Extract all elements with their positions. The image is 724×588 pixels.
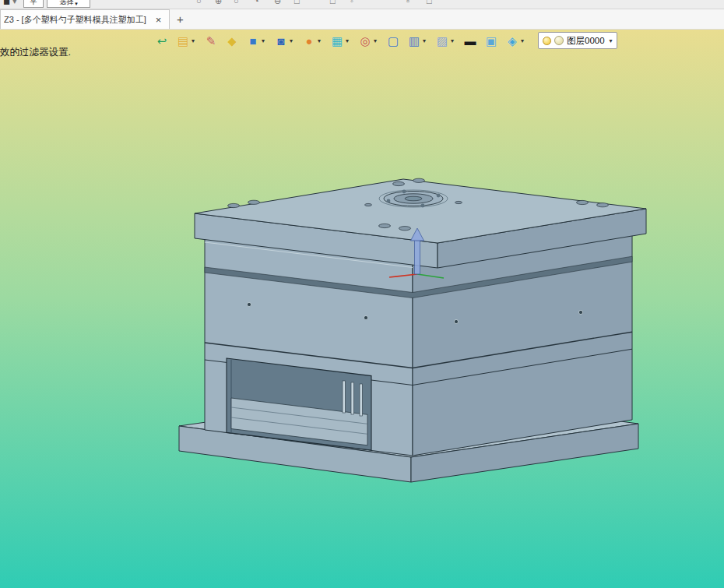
clipped-icon: □	[330, 0, 336, 5]
display-mode-icon[interactable]: ◙▾	[272, 32, 297, 49]
ejector-opening	[227, 358, 371, 450]
filter-flat-label: 平	[30, 0, 37, 7]
display-mode-icon: ◙	[273, 33, 289, 48]
clipped-icon: ⊕	[215, 0, 222, 6]
chevron-down-icon[interactable]: ▾	[423, 37, 429, 44]
chevron-down-icon[interactable]: ▾	[192, 37, 198, 44]
ejector-plate	[231, 398, 367, 445]
filter-select-label: 选择	[59, 0, 73, 7]
plane-swatch-icon[interactable]: ▣	[483, 32, 500, 49]
clipped-icon: □	[427, 0, 432, 5]
clipped-icon: ◼	[3, 0, 10, 6]
wireframe-sphere-icon[interactable]: ●▾	[300, 32, 325, 49]
shaded-display-icon: ■	[245, 33, 261, 48]
clipped-icon: □	[294, 0, 300, 5]
clipped-icon: ◔	[254, 0, 259, 5]
layer-stack-icon[interactable]: ◈▾	[504, 32, 528, 49]
texture-display-icon: ▦	[329, 33, 345, 48]
isometric-view-icon: ◆	[224, 33, 240, 48]
split-window-icon: ▥	[406, 33, 422, 48]
wireframe-sphere-icon: ●	[301, 33, 317, 48]
layer-combo-value: 图层0000	[567, 35, 605, 47]
chevron-down-icon[interactable]: ▾	[374, 37, 380, 44]
view-toolbar: ↩▤▾✎◆■▾◙▾●▾▦▾◎▾▢▥▾▨▾▬▣◈▾ 图层0000 ▾	[153, 31, 617, 50]
window-icon: ▢	[385, 33, 401, 48]
chevron-down-icon: ▾	[75, 1, 78, 7]
save-export-icon: ▤	[175, 33, 191, 48]
clipped-icon: ◦	[350, 0, 353, 5]
background-image-icon[interactable]: ▨▾	[434, 32, 458, 49]
ejector-pin	[343, 381, 345, 413]
isometric-view-icon[interactable]: ◆	[223, 32, 241, 49]
layer-combo[interactable]: 图层0000 ▾	[538, 32, 617, 49]
exit-environment-icon: ↩	[154, 33, 170, 48]
clipped-icon: ⊖	[274, 0, 281, 6]
plane-swatch-icon: ▣	[483, 33, 499, 48]
mold-body-plates	[205, 225, 632, 456]
mold-3d-model	[0, 30, 724, 588]
chevron-down-icon[interactable]: ▾	[290, 37, 296, 44]
corner-holes	[228, 178, 609, 231]
black-swatch-icon[interactable]: ▬	[462, 32, 479, 49]
window-icon[interactable]: ▢	[385, 32, 402, 49]
parting-line	[205, 256, 632, 298]
clipped-icon: ○	[234, 0, 239, 5]
tab-bar: Z3 - [多个塑料勺子塑料模具注塑加工] × +	[0, 9, 724, 30]
point-snap-icon[interactable]: ◎▾	[357, 32, 381, 49]
clipped-icon: ▾	[12, 0, 17, 6]
chevron-down-icon[interactable]: ▾	[521, 37, 527, 44]
document-tab[interactable]: Z3 - [多个塑料勺子塑料模具注塑加工] ×	[0, 9, 170, 29]
clipped-icon: ▫	[406, 0, 409, 5]
black-swatch-icon: ▬	[462, 33, 478, 48]
chevron-down-icon[interactable]: ▾	[262, 37, 268, 44]
top-toolbar-fragment: ◼ ▾ 平 选择 ▾ ○ ⊕ ○ ◔ ⊖ □ □ ◦ ▫ □	[0, 0, 724, 9]
clipped-icon: ○	[196, 0, 202, 5]
tab-title: Z3 - [多个塑料勺子塑料模具注塑加工]	[4, 14, 146, 26]
texture-display-icon[interactable]: ▦▾	[329, 32, 353, 49]
tab-close-icon[interactable]: ×	[154, 14, 163, 26]
datum-triad	[389, 228, 444, 278]
filter-select-combo[interactable]: 选择 ▾	[47, 0, 90, 8]
chevron-down-icon[interactable]: ▾	[610, 37, 613, 44]
ejector-pin	[351, 382, 353, 414]
shaded-display-icon[interactable]: ■▾	[244, 32, 269, 49]
background-image-icon: ▨	[434, 33, 450, 48]
top-clamp-plate	[195, 178, 646, 268]
bottom-clamp-plate	[179, 393, 638, 482]
chevron-down-icon[interactable]: ▾	[451, 37, 457, 44]
paint-brush-icon: ✎	[203, 33, 219, 48]
filter-flat-combo[interactable]: 平	[23, 0, 44, 8]
new-tab-button[interactable]: +	[170, 9, 190, 29]
layer-stack-icon: ◈	[504, 33, 520, 48]
status-message: 效的过滤器设置.	[0, 46, 71, 59]
viewport-3d[interactable]: ↩▤▾✎◆■▾◙▾●▾▦▾◎▾▢▥▾▨▾▬▣◈▾ 图层0000 ▾ 效的过滤器设…	[0, 30, 724, 588]
locating-ring	[379, 190, 448, 208]
chevron-down-icon[interactable]: ▾	[318, 37, 324, 44]
chevron-down-icon[interactable]: ▾	[346, 37, 352, 44]
split-window-icon[interactable]: ▥▾	[406, 32, 430, 49]
save-export-icon[interactable]: ▤▾	[174, 32, 199, 49]
layer-visibility-bulb-icon[interactable]	[543, 37, 551, 45]
paint-brush-icon[interactable]: ✎	[202, 32, 220, 49]
layer-color-icon[interactable]	[554, 36, 564, 45]
app-window: ◼ ▾ 平 选择 ▾ ○ ⊕ ○ ◔ ⊖ □ □ ◦ ▫ □ Z3 - [多个塑…	[0, 0, 724, 588]
point-snap-icon: ◎	[357, 33, 373, 48]
ejector-pin	[360, 384, 362, 416]
view-toolbar-icons: ↩▤▾✎◆■▾◙▾●▾▦▾◎▾▢▥▾▨▾▬▣◈▾	[153, 32, 528, 49]
exit-environment-icon[interactable]: ↩	[153, 32, 170, 49]
